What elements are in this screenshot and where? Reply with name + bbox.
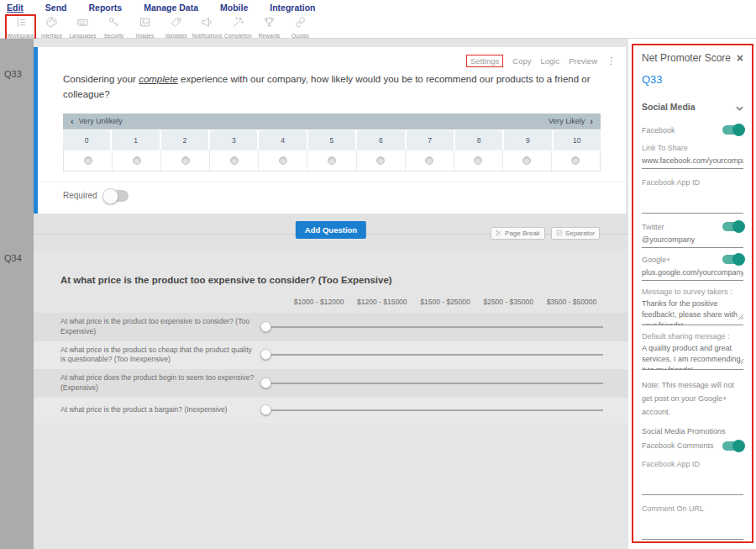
scale-value: 9 [504, 130, 551, 150]
message-to-survey-takers-textarea[interactable]: Thanks for the positive feedback!, pleas… [642, 298, 743, 325]
google-plus-url-input[interactable] [642, 266, 743, 281]
menu-item-mobile[interactable]: Mobile [220, 3, 248, 13]
preview-button[interactable]: Preview [569, 56, 597, 66]
slider-row-label: At what price is the product too expensi… [34, 313, 262, 341]
menu-item-edit[interactable]: Edit [7, 3, 24, 13]
settings-panel: Net Promoter Score × Q33 Social Media Fa… [632, 44, 753, 543]
facebook-toggle[interactable] [722, 125, 743, 135]
slider-handle[interactable] [260, 377, 271, 388]
slider-handle[interactable] [260, 321, 271, 332]
toolbar-item-security[interactable]: Security [98, 14, 129, 40]
toolbar-item-images[interactable]: Images [129, 14, 160, 40]
toolbar-item-completion[interactable]: Completion [223, 14, 254, 40]
twitter-handle-input[interactable] [642, 233, 743, 248]
add-question-button[interactable]: Add Question [296, 221, 366, 239]
question-number-gutter: Q33 Q34 [0, 39, 34, 549]
price-slider[interactable] [262, 409, 603, 411]
facebook-link-input[interactable] [642, 154, 743, 169]
panel-question-code[interactable]: Q33 [642, 73, 743, 86]
toolbar-label: Notifications [192, 33, 222, 39]
resize-handle-icon[interactable] [738, 308, 743, 323]
slider-row: At what price is the product so cheap th… [34, 341, 628, 370]
chevron-left-icon[interactable]: ‹ [71, 116, 74, 126]
radio-button[interactable] [181, 156, 190, 165]
scale-value: 8 [455, 130, 502, 150]
logic-button[interactable]: Logic [540, 56, 559, 66]
default-sharing-message-textarea[interactable]: A quality product and great services, I … [642, 343, 743, 370]
toolbar-item-workspace[interactable]: Workspace [5, 14, 36, 40]
completion-icon [232, 16, 244, 32]
security-icon [108, 16, 120, 32]
radio-button[interactable] [425, 156, 433, 165]
scale-radio-cell [113, 150, 161, 171]
nps-scale-header: ‹ Very Unlikely Very Likely › [63, 113, 601, 129]
slider-row-label: At what price does the product begin to … [34, 369, 262, 398]
separator-button[interactable]: Separator [551, 227, 600, 240]
menu-item-integration[interactable]: Integration [270, 3, 315, 13]
scale-radio-cell [552, 150, 600, 171]
toolbar-item-notifications[interactable]: Notifications [192, 14, 223, 40]
price-slider[interactable] [262, 383, 603, 384]
insert-controls: Page Break Separator [491, 227, 600, 240]
required-toggle[interactable] [103, 190, 129, 202]
radio-button[interactable] [522, 156, 531, 165]
copy-button[interactable]: Copy [512, 56, 531, 66]
survey-canvas: Settings Copy Logic Preview ⋮ Considerin… [34, 39, 628, 549]
toolbar-item-languages[interactable]: Languages [67, 14, 98, 40]
scissors-icon [496, 230, 502, 236]
menu-item-reports[interactable]: Reports [89, 3, 123, 13]
slider-handle[interactable] [260, 404, 271, 415]
toolbar-label: Languages [69, 33, 96, 39]
scale-radio-cell [161, 150, 210, 171]
close-icon[interactable]: × [737, 54, 743, 62]
radio-button[interactable] [133, 156, 141, 165]
comment-on-url-input[interactable] [642, 525, 743, 540]
slider-row: At what price is the product too expensi… [34, 313, 628, 341]
toolbar-item-interface[interactable]: Interface [36, 14, 67, 40]
radio-button[interactable] [328, 156, 336, 165]
promo-facebook-app-id-input[interactable] [642, 480, 743, 495]
question-text-q34[interactable]: At what price is the product too expensi… [60, 275, 603, 285]
chevron-right-icon[interactable]: › [590, 116, 593, 126]
more-options-icon[interactable]: ⋮ [606, 55, 616, 66]
price-slider[interactable] [262, 326, 603, 328]
radio-button[interactable] [84, 156, 92, 165]
facebook-comments-toggle[interactable] [722, 441, 743, 451]
resize-handle-icon[interactable] [738, 352, 743, 367]
menu-item-manage-data[interactable]: Manage Data [144, 3, 198, 13]
toolbar-item-variables[interactable]: Variables [160, 14, 192, 40]
radio-button[interactable] [474, 156, 482, 165]
radio-button[interactable] [279, 156, 287, 165]
slider-row-label: At what price is the product a bargain? … [34, 401, 262, 420]
radio-button[interactable] [376, 156, 385, 165]
checkbox-icon [556, 230, 563, 236]
twitter-toggle[interactable] [722, 222, 743, 231]
menu-item-send[interactable]: Send [45, 3, 67, 13]
question-actions: Settings Copy Logic Preview ⋮ [38, 47, 626, 69]
price-slider[interactable] [262, 354, 603, 356]
scale-value: 7 [407, 130, 454, 150]
nps-scale-numbers: 0 1 2 3 4 5 6 7 8 9 10 [63, 130, 601, 150]
question-text-q33[interactable]: Considering your complete experience wit… [38, 69, 626, 103]
toolbar-label: Interface [41, 33, 62, 39]
settings-panel-column: Net Promoter Score × Q33 Social Media Fa… [628, 39, 756, 549]
radio-button[interactable] [571, 156, 580, 165]
settings-button[interactable]: Settings [466, 55, 503, 67]
page-break-button[interactable]: Page Break [491, 227, 545, 240]
question-number-q34: Q34 [4, 253, 22, 263]
survey-builder-app: Edit Send Reports Manage Data Mobile Int… [0, 0, 756, 549]
social-media-promotions-label: Social Media Promotions [642, 427, 743, 436]
facebook-app-id-input[interactable] [642, 198, 743, 214]
message-to-survey-takers-label: Message to survey takers : [642, 288, 743, 296]
radio-button[interactable] [230, 156, 239, 165]
toolbar-item-quotas[interactable]: Quotas [285, 14, 316, 40]
slider-handle[interactable] [260, 349, 271, 360]
chevron-down-icon[interactable] [736, 99, 743, 114]
google-plus-toggle[interactable] [722, 255, 743, 264]
toolbar-item-rewards[interactable]: Rewards [254, 14, 285, 40]
question-text-part: Considering your [63, 74, 139, 84]
notifications-icon [201, 16, 213, 32]
facebook-comments-label: Facebook Comments [642, 441, 714, 450]
slider-row: At what price does the product begin to … [34, 369, 628, 398]
scale-radio-cell [357, 150, 406, 171]
